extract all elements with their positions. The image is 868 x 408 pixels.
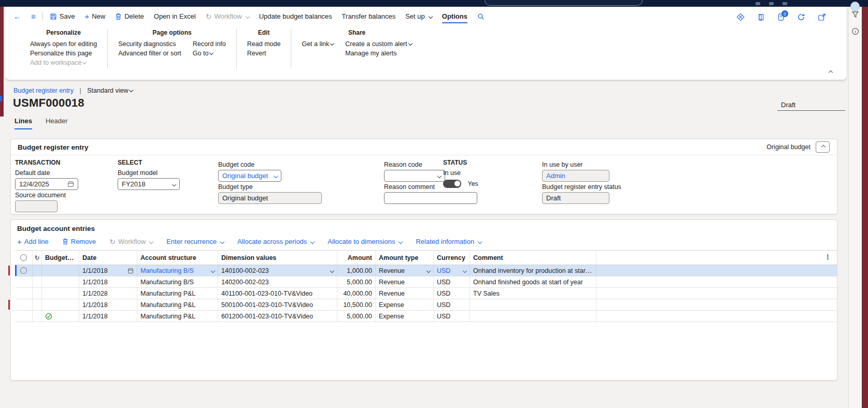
grid-options-kebab[interactable]: ⋮: [824, 253, 831, 261]
breadcrumb-page-link[interactable]: Budget register entry: [13, 87, 74, 94]
currency-cell[interactable]: USD: [434, 311, 470, 322]
collapse-action-pane-button[interactable]: [828, 65, 832, 75]
delete-button[interactable]: Delete: [115, 12, 144, 20]
amount-type-cell[interactable]: Revenue: [376, 276, 434, 287]
budget-check-cell[interactable]: [42, 288, 79, 299]
set-up-button[interactable]: Set up: [405, 12, 432, 20]
table-row[interactable]: 1/1/2018Manufacturing B/S140100-002-0231…: [15, 265, 837, 276]
transfer-balances-button[interactable]: Transfer balances: [342, 12, 396, 20]
add-to-workspace-button[interactable]: Add to workspace: [30, 59, 97, 67]
budget-check-cell[interactable]: [42, 265, 79, 276]
company-book-icon[interactable]: [757, 13, 765, 23]
back-button[interactable]: ←: [13, 12, 21, 20]
options-tab[interactable]: Options: [442, 12, 467, 23]
budget-check-cell[interactable]: [42, 276, 79, 287]
open-in-new-window-icon[interactable]: [818, 13, 826, 23]
row-select-cell[interactable]: [15, 265, 33, 276]
dimension-values-cell[interactable]: 401100-001-023-010-TV&Video: [218, 288, 337, 299]
view-selector[interactable]: Standard view: [87, 87, 133, 94]
amount-cell[interactable]: 40,000.00: [337, 288, 376, 299]
currency-cell[interactable]: USD: [434, 276, 470, 287]
budget-check-cell[interactable]: [42, 299, 79, 310]
date-cell[interactable]: 1/1/2018: [79, 299, 137, 310]
revert-button[interactable]: Revert: [247, 50, 281, 57]
comment-cell[interactable]: [470, 299, 596, 310]
update-budget-balances-button[interactable]: Update budget balances: [259, 12, 332, 20]
date-cell[interactable]: 1/1/2028: [79, 288, 137, 299]
filler-cell[interactable]: [596, 299, 837, 310]
table-row[interactable]: 1/1/2018Manufacturing P&L500100-001-023-…: [15, 299, 837, 311]
record-info-button[interactable]: Record info: [193, 40, 226, 48]
col-currency[interactable]: Currency: [434, 251, 470, 265]
titlebar-search-box[interactable]: [485, 0, 643, 6]
filter-icon[interactable]: [851, 10, 859, 20]
info-icon[interactable]: [851, 27, 859, 37]
personalize-this-page-button[interactable]: Personalize this page: [30, 50, 97, 57]
filler-cell[interactable]: [596, 311, 837, 322]
security-diagnostics-button[interactable]: Security diagnostics: [118, 40, 181, 48]
refresh-icon[interactable]: [797, 13, 805, 23]
filler-cell[interactable]: [596, 288, 837, 299]
open-in-excel-button[interactable]: Open in Excel: [154, 12, 196, 20]
table-row[interactable]: 1/1/2018Manufacturing P&L601200-001-023-…: [15, 311, 837, 322]
amount-type-cell[interactable]: Expense: [376, 299, 434, 310]
account-structure-cell[interactable]: Manufacturing B/S: [137, 276, 218, 287]
always-open-for-editing-button[interactable]: Always open for editing: [30, 40, 97, 48]
col-comment[interactable]: Comment: [470, 251, 596, 265]
new-button[interactable]: +New: [84, 12, 105, 20]
row-select-circle[interactable]: [20, 267, 27, 274]
dimension-values-cell[interactable]: 140100-002-023: [218, 265, 337, 276]
date-cell[interactable]: 1/1/2018: [79, 276, 137, 287]
row-refresh-cell[interactable]: [33, 276, 42, 287]
comment-cell[interactable]: Onhand finished goods at start of year: [470, 276, 596, 287]
refresh-column-header[interactable]: ↻: [33, 251, 42, 265]
table-row[interactable]: 1/1/2028Manufacturing P&L401100-001-023-…: [15, 288, 837, 299]
allocate-across-periods-button[interactable]: Allocate across periods: [237, 238, 314, 245]
allocate-to-dimensions-button[interactable]: Allocate to dimensions: [328, 238, 402, 245]
date-cell[interactable]: 1/1/2018: [79, 311, 137, 322]
comment-cell[interactable]: TV Sales: [470, 288, 596, 299]
amount-cell[interactable]: 5,000.00: [337, 311, 376, 322]
col-budget-check[interactable]: Budget ch...: [42, 251, 79, 265]
nav-menu-button[interactable]: ≡: [31, 12, 36, 20]
filler-cell[interactable]: [596, 265, 837, 276]
workflow-button[interactable]: ↻Workflow: [109, 238, 153, 245]
account-structure-cell[interactable]: Manufacturing P&L: [137, 288, 218, 299]
save-button[interactable]: Save: [50, 12, 75, 20]
budget-check-cell[interactable]: [42, 311, 79, 322]
task-recorder-icon[interactable]: [736, 13, 745, 23]
select-all-header[interactable]: [15, 251, 33, 265]
amount-cell[interactable]: 5,000.00: [337, 276, 376, 287]
search-button[interactable]: [477, 13, 485, 20]
col-dimension-values[interactable]: Dimension values: [218, 251, 337, 265]
add-line-button[interactable]: +Add line: [17, 238, 49, 245]
amount-type-cell[interactable]: Revenue: [376, 265, 434, 276]
go-to-button[interactable]: Go to: [193, 50, 226, 57]
attachments-button[interactable]: 0: [777, 13, 785, 23]
col-date[interactable]: Date: [79, 251, 137, 265]
comment-cell[interactable]: [470, 311, 596, 322]
workflow-button[interactable]: ↻Workflow: [206, 12, 249, 20]
related-information-button[interactable]: Related information: [416, 238, 481, 245]
tab-lines[interactable]: Lines: [15, 117, 32, 129]
currency-cell[interactable]: USD: [434, 288, 470, 299]
dimension-values-cell[interactable]: 601200-001-023-010-TV&Video: [218, 311, 337, 322]
row-refresh-cell[interactable]: [33, 311, 42, 322]
enter-recurrence-button[interactable]: Enter recurrence: [166, 238, 224, 245]
account-structure-cell[interactable]: Manufacturing B/S: [137, 265, 218, 276]
in-use-toggle[interactable]: [443, 180, 461, 188]
advanced-filter-or-sort-button[interactable]: Advanced filter or sort: [118, 50, 181, 57]
currency-cell[interactable]: USD: [434, 299, 470, 310]
read-mode-button[interactable]: Read mode: [247, 40, 281, 48]
account-structure-cell[interactable]: Manufacturing P&L: [137, 311, 218, 322]
filler-cell[interactable]: [596, 276, 837, 287]
amount-cell[interactable]: 10,500.00: [337, 299, 376, 310]
budget-model-field[interactable]: FY2018: [118, 178, 180, 190]
row-select-cell[interactable]: [15, 299, 33, 310]
dimension-values-cell[interactable]: 140200-002-023: [218, 276, 337, 287]
remove-button[interactable]: Remove: [62, 238, 96, 245]
row-refresh-cell[interactable]: [33, 288, 42, 299]
budget-code-field[interactable]: Original budget: [218, 170, 281, 182]
amount-cell[interactable]: 1,000.00: [337, 265, 376, 276]
row-refresh-cell[interactable]: [33, 265, 42, 276]
